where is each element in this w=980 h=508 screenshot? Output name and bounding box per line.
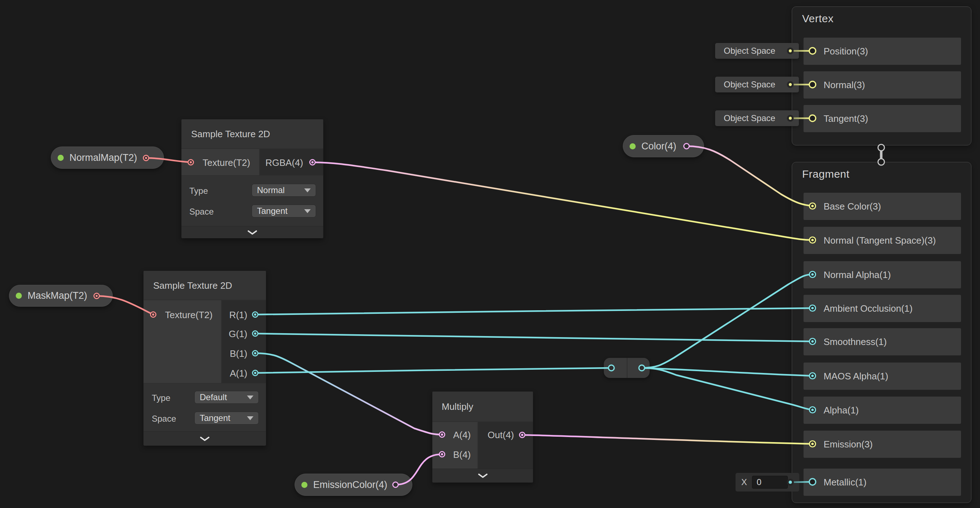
space-label: Space: [189, 207, 214, 217]
block-row-ambient-occlusion[interactable]: Ambient Occlusion(1): [803, 295, 961, 322]
collapse-preview-button[interactable]: [143, 431, 266, 446]
collapse-preview-button[interactable]: [181, 226, 323, 238]
object-space-badge-tangent[interactable]: Object Space: [715, 110, 799, 126]
property-label-color: Color(4): [641, 141, 676, 152]
node-controls: Type Normal Space Tangent: [181, 176, 323, 226]
multiply-node[interactable]: Multiply A(4) B(4) Out(4): [432, 391, 533, 482]
out-output-label: Out(4): [487, 430, 514, 441]
wire-b-to-multiply-a[interactable]: [255, 353, 442, 435]
fragment-port-base-color[interactable]: [810, 203, 816, 209]
block-row-normal[interactable]: Normal(3): [803, 71, 961, 99]
exposed-property-dot-icon: [630, 143, 636, 149]
texture-input-label: Texture(T2): [203, 157, 250, 168]
type-label: Type: [189, 186, 208, 196]
vertex-port-position[interactable]: [809, 48, 816, 54]
block-row-normal-tangent-space[interactable]: Normal (Tangent Space)(3): [803, 227, 961, 254]
fragment-port-normal-alpha[interactable]: [810, 272, 816, 278]
vertex-port-tangent[interactable]: [809, 115, 816, 121]
metallic-default-x-label: X: [741, 477, 747, 487]
space-label: Space: [152, 414, 176, 424]
collapse-preview-button[interactable]: [433, 469, 533, 482]
block-row-base-color[interactable]: Base Color(3): [803, 193, 961, 220]
block-label-alpha: Alpha(1): [824, 405, 859, 416]
sample-texture-2d-mask-node[interactable]: Sample Texture 2D Texture(T2) R(1) G(1) …: [143, 270, 266, 446]
type-dropdown[interactable]: Normal: [251, 184, 316, 196]
block-row-normal-alpha[interactable]: Normal Alpha(1): [803, 261, 961, 288]
vertex-title: Vertex: [802, 13, 834, 25]
emissioncolor-pill-port[interactable]: [393, 482, 398, 487]
wire-redirect-to-normal-alpha[interactable]: [642, 275, 813, 368]
shader-graph-canvas[interactable]: Vertex Position(3) Normal(3) Tangent(3) …: [0, 0, 980, 508]
wire-a-to-redirect[interactable]: [255, 368, 611, 373]
block-label-emission: Emission(3): [824, 439, 873, 450]
wire-multiply-out-to-emission[interactable]: [522, 435, 813, 444]
vertex-context-node[interactable]: Vertex Position(3) Normal(3) Tangent(3): [792, 6, 971, 145]
fragment-port-metallic[interactable]: [809, 479, 816, 485]
chevron-down-icon: [478, 474, 487, 478]
redirect-out-port[interactable]: [639, 365, 644, 371]
st2d-normal-texture-port[interactable]: [188, 160, 194, 165]
rgba-output-label: RGBA(4): [266, 157, 303, 168]
fragment-port-ambient-occlusion[interactable]: [810, 305, 816, 312]
type-dropdown[interactable]: Default: [194, 391, 259, 404]
node-controls: Type Default Space Tangent: [143, 384, 266, 431]
object-space-badge-position[interactable]: Object Space: [715, 43, 799, 59]
st2d-normal-rgba-port[interactable]: [310, 160, 315, 165]
output-section: [478, 422, 533, 469]
space-dropdown-value: Tangent: [200, 413, 230, 423]
space-dropdown[interactable]: Tangent: [251, 204, 316, 217]
st2d-mask-texture-port[interactable]: [151, 312, 156, 318]
type-label: Type: [152, 393, 170, 403]
block-label-smoothness: Smoothness(1): [824, 336, 886, 348]
wire-g-to-smoothness[interactable]: [255, 334, 813, 342]
texture-input-label: Texture(T2): [165, 310, 213, 321]
exposed-property-dot-icon: [16, 293, 22, 299]
normalmap-pill-port[interactable]: [143, 155, 149, 161]
node-header[interactable]: Multiply: [433, 391, 533, 421]
metallic-default-input[interactable]: [752, 476, 788, 489]
block-row-emission[interactable]: Emission(3): [803, 431, 961, 458]
redirect-divider: [627, 358, 627, 378]
block-row-position[interactable]: Position(3): [803, 38, 961, 65]
object-space-label: Object Space: [724, 46, 775, 56]
input-section: [433, 422, 477, 469]
multiply-b-port[interactable]: [439, 452, 445, 457]
wire-r-to-ambient-occlusion[interactable]: [255, 308, 813, 315]
st2d-mask-b-port[interactable]: [253, 351, 258, 356]
node-header[interactable]: Sample Texture 2D: [143, 271, 266, 299]
space-dropdown[interactable]: Tangent: [194, 412, 259, 425]
sample-texture-2d-normal-node[interactable]: Sample Texture 2D Texture(T2) RGBA(4) Ty…: [181, 119, 324, 238]
block-row-metallic[interactable]: Metallic(1): [803, 469, 961, 496]
block-row-smoothness[interactable]: Smoothness(1): [803, 328, 961, 355]
maskmap-pill-port[interactable]: [94, 293, 100, 299]
type-dropdown-value: Normal: [257, 185, 285, 195]
block-label-maos-alpha: MAOS Alpha(1): [824, 371, 888, 382]
st2d-mask-g-port[interactable]: [253, 331, 258, 336]
fragment-port-alpha[interactable]: [810, 407, 816, 413]
redirect-in-port[interactable]: [608, 365, 614, 371]
a-output-label: A(1): [230, 368, 247, 379]
object-space-label: Object Space: [724, 80, 775, 89]
fragment-port-normal-tangent-space[interactable]: [810, 237, 816, 243]
color-pill-port[interactable]: [684, 144, 689, 149]
a-input-label: A(4): [453, 430, 471, 441]
metallic-default-widget: X: [735, 473, 799, 492]
node-header[interactable]: Sample Texture 2D: [181, 119, 323, 148]
st2d-mask-a-port[interactable]: [253, 371, 258, 376]
vertex-port-normal[interactable]: [809, 81, 816, 88]
multiply-a-port[interactable]: [439, 432, 445, 438]
fragment-port-emission[interactable]: [810, 441, 816, 447]
fragment-port-maos-alpha[interactable]: [810, 373, 816, 379]
fragment-context-node[interactable]: Fragment Base Color(3) Normal (Tangent S…: [792, 162, 971, 503]
block-row-tangent[interactable]: Tangent(3): [803, 105, 961, 132]
r-output-label: R(1): [229, 310, 247, 321]
wire-rgba-to-normal-tangent-space[interactable]: [312, 162, 813, 240]
block-row-alpha[interactable]: Alpha(1): [803, 396, 961, 424]
object-space-label: Object Space: [724, 113, 775, 123]
object-space-badge-normal[interactable]: Object Space: [715, 77, 799, 93]
block-row-maos-alpha[interactable]: MAOS Alpha(1): [803, 363, 961, 390]
multiply-out-port[interactable]: [520, 432, 525, 438]
fragment-port-smoothness[interactable]: [810, 339, 816, 345]
st2d-mask-r-port[interactable]: [253, 312, 258, 318]
property-label-emissioncolor: EmissionColor(4): [313, 479, 387, 490]
